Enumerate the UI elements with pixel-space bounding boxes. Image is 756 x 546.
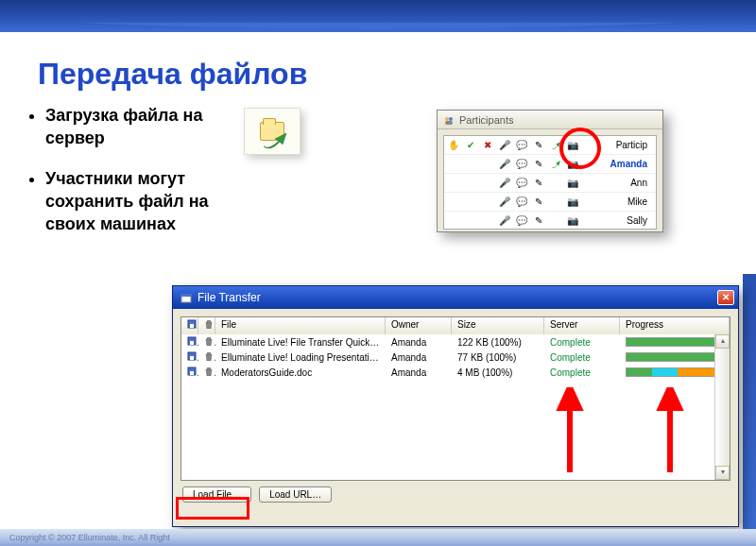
file-transfer-titlebar[interactable]: File Transfer ✕: [173, 286, 738, 309]
col-file[interactable]: File: [215, 317, 386, 334]
participant-row[interactable]: 🎤💬✎📷Amanda: [444, 155, 656, 174]
file-progress: [620, 367, 730, 378]
col-server[interactable]: Server: [544, 317, 620, 334]
file-owner: Amanda: [386, 337, 452, 348]
participants-col-name: Particip: [616, 140, 653, 150]
col-owner[interactable]: Owner: [386, 317, 452, 334]
col-size[interactable]: Size: [452, 317, 544, 334]
svg-point-0: [445, 117, 449, 121]
slide-footer: Copyright © 2007 Elluminate, Inc. All Ri…: [0, 529, 756, 546]
chat-icon: 💬: [515, 158, 528, 171]
delete-icon[interactable]: [198, 336, 215, 348]
slide-top-band: [0, 0, 756, 32]
file-table: File Owner Size Server Progress Ellumina…: [180, 316, 730, 481]
cam-icon: 📷: [566, 196, 579, 209]
pen-icon: ✎: [532, 196, 545, 209]
file-name: Elluminate Live! Loading Presentations…: [215, 352, 386, 363]
spacer: [464, 214, 477, 228]
load-url-button[interactable]: Load URL…: [259, 486, 332, 503]
svg-rect-7: [207, 320, 211, 322]
spacer: [447, 158, 460, 171]
participants-body: ✋ ✔ ✖ 🎤 💬 ✎ 📷 Particip 🎤💬✎📷Amanda🎤💬✎📷Ann…: [443, 135, 657, 230]
pen-icon: ✎: [532, 177, 545, 190]
cam-icon: 📷: [566, 214, 579, 228]
participant-name: Mike: [627, 196, 653, 207]
save-icon[interactable]: [181, 351, 198, 363]
transfer-icon: [549, 158, 562, 171]
scroll-up-icon[interactable]: ▴: [715, 334, 730, 349]
file-progress: [620, 336, 730, 348]
chat-icon: 💬: [515, 214, 528, 228]
hand-icon: ✋: [447, 139, 460, 152]
participant-name: Ann: [630, 178, 653, 188]
col-delete-icon[interactable]: [198, 317, 215, 334]
spacer: [549, 177, 562, 190]
file-size: 122 KB (100%): [452, 337, 544, 348]
delete-icon[interactable]: [198, 351, 215, 363]
file-server-status: Complete: [544, 337, 620, 348]
file-name: Elluminate Live! File Transfer Quick Re…: [215, 337, 386, 348]
svg-rect-16: [207, 367, 211, 369]
save-icon[interactable]: [181, 367, 198, 378]
slide-title: Передача файлов: [38, 57, 307, 92]
mic-icon: 🎤: [498, 158, 511, 171]
spacer: [447, 177, 460, 190]
spacer: [549, 214, 562, 228]
bullet-list: Загрузка файла на сервер Участники могут…: [26, 104, 215, 252]
spacer: [481, 196, 494, 209]
bullet-item: Загрузка файла на сервер: [45, 104, 215, 150]
highlight-arrow-server: [556, 387, 584, 472]
file-transfer-title: File Transfer: [198, 291, 261, 304]
file-name: ModeratorsGuide.doc: [215, 367, 386, 378]
window-icon: [180, 292, 192, 303]
spacer: [447, 214, 460, 228]
participants-title: Participants: [438, 111, 662, 129]
file-table-header: File Owner Size Server Progress: [181, 317, 730, 334]
chat-icon: 💬: [515, 139, 528, 152]
spacer: [464, 196, 477, 209]
save-icon[interactable]: [181, 336, 198, 348]
mic-icon: 🎤: [498, 177, 511, 190]
close-icon[interactable]: ✕: [717, 290, 734, 305]
spacer: [464, 158, 477, 171]
cam-icon: 📷: [566, 139, 579, 152]
spacer: [481, 158, 494, 171]
scrollbar[interactable]: ▴ ▾: [714, 334, 730, 480]
svg-rect-2: [445, 121, 453, 125]
spacer: [549, 196, 562, 209]
cam-icon: 📷: [566, 177, 579, 190]
svg-rect-13: [207, 352, 211, 354]
participant-row[interactable]: 🎤💬✎📷Mike: [444, 193, 656, 212]
transfer-icon: [549, 139, 562, 152]
spacer: [464, 177, 477, 190]
participant-row[interactable]: 🎤💬✎📷Ann: [444, 174, 656, 193]
spacer: [447, 196, 460, 209]
table-row[interactable]: ModeratorsGuide.docAmanda4 MB (100%)Comp…: [181, 365, 730, 380]
cam-icon: 📷: [566, 158, 579, 171]
mic-icon: 🎤: [498, 214, 511, 228]
upload-icon: [244, 108, 301, 155]
load-file-button[interactable]: Load File…: [182, 486, 251, 503]
scroll-down-icon[interactable]: ▾: [715, 466, 730, 480]
participants-icon: [443, 114, 455, 126]
cross-icon: ✖: [481, 139, 494, 152]
file-progress: [620, 351, 730, 363]
spacer: [481, 177, 494, 190]
highlight-arrow-progress: [656, 387, 684, 472]
participant-name: Sally: [627, 215, 653, 226]
file-size: 4 MB (100%): [452, 367, 544, 378]
svg-rect-6: [190, 324, 194, 328]
participant-row[interactable]: 🎤💬✎📷Sally: [444, 212, 656, 230]
delete-icon[interactable]: [198, 367, 215, 378]
table-row[interactable]: Elluminate Live! Loading Presentations…A…: [181, 350, 730, 365]
chat-icon: 💬: [515, 177, 528, 190]
table-row[interactable]: Elluminate Live! File Transfer Quick Re……: [181, 334, 730, 350]
check-icon: ✔: [464, 139, 477, 152]
mic-icon: 🎤: [498, 196, 511, 209]
pen-icon: ✎: [532, 139, 545, 152]
col-save-icon[interactable]: [181, 317, 198, 334]
mic-icon: 🎤: [498, 139, 511, 152]
svg-rect-9: [190, 341, 194, 345]
spacer: [481, 214, 494, 228]
col-progress[interactable]: Progress: [620, 317, 730, 334]
